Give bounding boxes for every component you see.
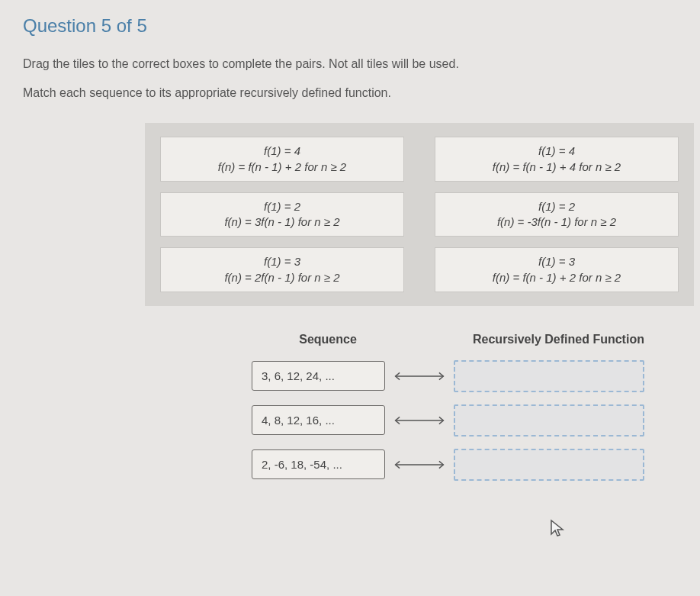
drop-zone[interactable] [454,449,644,481]
tile-line2: f(n) = -3f(n - 1) for n ≥ 2 [445,214,669,230]
drop-zone[interactable] [454,404,644,437]
question-title: Question 5 of 5 [23,15,677,37]
sub-instruction-text: Match each sequence to its appropriate r… [23,86,677,100]
tile-line2: f(n) = 3f(n - 1) for n ≥ 2 [170,214,394,230]
function-header: Recursively Defined Function [473,333,686,346]
cursor-icon [549,519,566,542]
double-arrow-icon [385,371,454,382]
sequence-box[interactable]: 3, 6, 12, 24, ... [252,361,385,391]
tile-line2: f(n) = f(n - 1) + 2 for n ≥ 2 [445,270,669,285]
drop-zone[interactable] [454,360,644,392]
double-arrow-icon [385,415,454,426]
tile-line2: f(n) = f(n - 1) + 2 for n ≥ 2 [170,159,394,175]
tile-option[interactable]: f(1) = 4 f(n) = f(n - 1) + 2 for n ≥ 2 [160,137,404,182]
match-row: 4, 8, 12, 16, ... [252,404,700,437]
sequence-box[interactable]: 4, 8, 12, 16, ... [252,405,385,435]
matching-area: Sequence Recursively Defined Function 3,… [252,333,700,481]
tile-line1: f(1) = 3 [445,254,669,269]
double-arrow-icon [385,459,454,470]
tile-line2: f(n) = 2f(n - 1) for n ≥ 2 [170,270,394,285]
tile-line2: f(n) = f(n - 1) + 4 for n ≥ 2 [445,159,669,175]
tile-line1: f(1) = 2 [445,199,669,214]
tile-line1: f(1) = 2 [170,199,394,214]
tile-option[interactable]: f(1) = 2 f(n) = -3f(n - 1) for n ≥ 2 [435,192,679,237]
instruction-text: Drag the tiles to the correct boxes to c… [23,56,677,72]
tile-option[interactable]: f(1) = 2 f(n) = 3f(n - 1) for n ≥ 2 [160,192,404,237]
tile-line1: f(1) = 3 [170,254,394,269]
match-row: 3, 6, 12, 24, ... [252,360,700,392]
tile-option[interactable]: f(1) = 4 f(n) = f(n - 1) + 4 for n ≥ 2 [435,137,679,182]
tile-line1: f(1) = 4 [170,143,394,159]
tile-line1: f(1) = 4 [445,143,669,159]
sequence-box[interactable]: 2, -6, 18, -54, ... [252,449,385,479]
tile-option[interactable]: f(1) = 3 f(n) = f(n - 1) + 2 for n ≥ 2 [435,247,679,292]
match-row: 2, -6, 18, -54, ... [252,449,700,481]
tiles-container: f(1) = 4 f(n) = f(n - 1) + 2 for n ≥ 2 f… [145,123,694,306]
tile-option[interactable]: f(1) = 3 f(n) = 2f(n - 1) for n ≥ 2 [160,247,404,292]
sequence-header: Sequence [252,333,404,346]
